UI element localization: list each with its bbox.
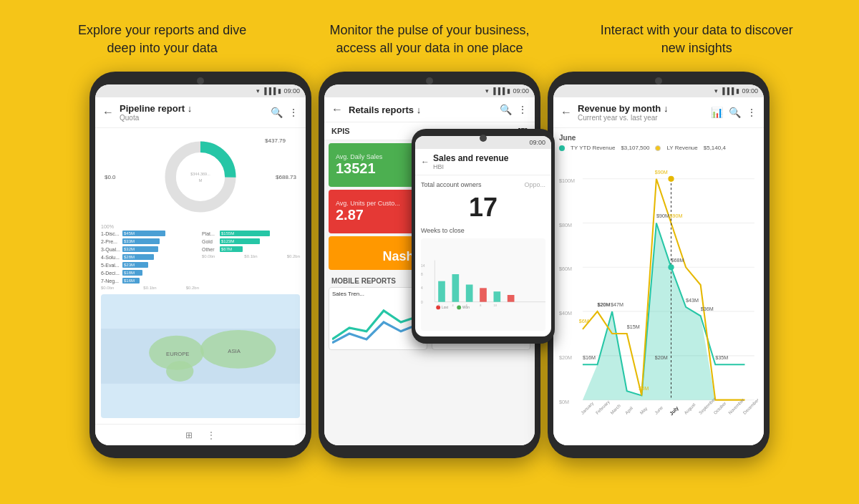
fp-big-number: 17	[421, 193, 545, 223]
svg-rect-24	[494, 292, 501, 303]
legend-row: TY YTD Revenue $3,107,500 LY Revenue $5,…	[559, 145, 758, 151]
donut-labels: $0.0 $688.73	[101, 174, 300, 180]
status-icons-2: ▾ ▐▐▐ ▮ 09:00	[485, 87, 529, 94]
status-icons: ▾ ▐▐▐ ▮ 09:00	[256, 87, 300, 94]
chart-icon-3[interactable]: 📊	[711, 107, 723, 118]
svg-text:10: 10	[494, 305, 497, 308]
floating-phone-inner: 09:00 ← Sales and revenue HBI Total acco…	[415, 136, 551, 336]
svg-rect-20	[438, 281, 445, 302]
phone-2-status-bar: ▾ ▐▐▐ ▮ 09:00	[324, 84, 535, 97]
search-icon-3[interactable]: 🔍	[729, 107, 741, 118]
back-icon-2[interactable]: ←	[331, 103, 343, 116]
phone-1-title: Pipeline report ↓	[120, 103, 271, 114]
phone-1-header-icons: 🔍 ⋮	[271, 107, 299, 118]
phone-3-header-icons: 📊 🔍 ⋮	[711, 107, 757, 118]
report-1-title: Sales Tren...	[332, 291, 424, 297]
fp-weeks-label: Weeks to close	[421, 227, 545, 234]
phone-1-header: ← Pipeline report ↓ Quota 🔍 ⋮	[95, 97, 306, 128]
phone-3-status-bar: ▾ ▐▐▐ ▮ 09:00	[553, 84, 764, 97]
month-label: June	[559, 134, 758, 142]
svg-text:2: 2	[438, 305, 440, 308]
more-icon-3[interactable]: ⋮	[747, 107, 757, 118]
time-label-3: 09:00	[742, 87, 758, 94]
phone-2-camera	[426, 77, 433, 84]
phone-3-title: Revenue by month ↓	[578, 103, 711, 114]
nav-more-icon[interactable]: ⋮	[207, 430, 215, 440]
fp-back-icon[interactable]: ←	[421, 157, 430, 167]
legend1-value: $3,107,500	[621, 145, 649, 151]
right-bar-row-1: Plat... $155M	[202, 231, 300, 236]
legend2-dot	[655, 145, 661, 151]
search-icon-1[interactable]: 🔍	[271, 107, 283, 118]
svg-text:April: April	[624, 406, 634, 416]
svg-text:$80M: $80M	[559, 222, 572, 228]
svg-text:$36M: $36M	[701, 306, 714, 312]
svg-text:EUROPE: EUROPE	[166, 352, 189, 358]
map-section: EUROPE ASIA	[101, 294, 300, 418]
wifi-icon-3: ▾	[714, 87, 718, 94]
svg-text:6: 6	[466, 305, 467, 308]
kpi1-value: 13521	[336, 160, 382, 177]
svg-text:$6M: $6M	[579, 318, 589, 324]
svg-text:ASIA: ASIA	[228, 348, 241, 354]
bar-row-7: 7-Neg... $16M	[101, 278, 199, 284]
svg-text:$68M: $68M	[671, 257, 684, 263]
more-icon-1[interactable]: ⋮	[288, 107, 299, 118]
back-icon-1[interactable]: ←	[102, 106, 114, 119]
nav-grid-icon[interactable]: ⊞	[185, 430, 193, 440]
battery-icon: ▮	[278, 87, 281, 94]
phone-1-camera	[197, 77, 204, 84]
svg-rect-23	[480, 289, 487, 302]
fp-content: Total account owners Oppo... 17 Weeks to…	[415, 175, 551, 336]
kpi2-label: Avg. Units per Custo...	[336, 200, 400, 207]
right-bar-row-2: Gold $123M	[202, 238, 300, 244]
more-icon-2[interactable]: ⋮	[518, 104, 528, 115]
phone-2-header-icons: 🔍 ⋮	[500, 104, 528, 115]
svg-text:May: May	[639, 405, 649, 415]
caption-1: Explore your reports and dive deep into …	[62, 21, 263, 57]
svg-text:$47M: $47M	[611, 301, 623, 308]
svg-text:8: 8	[421, 273, 423, 276]
phone-3-subtitle: Current year vs. last year	[578, 114, 711, 122]
time-label-2: 09:00	[513, 87, 529, 94]
bar-row-4: 4-Solu... $28M	[101, 254, 199, 260]
svg-point-18	[457, 306, 461, 310]
svg-rect-25	[508, 295, 515, 302]
svg-text:$100M: $100M	[559, 178, 575, 184]
fp-status-icons: 09:00	[529, 139, 545, 146]
phone-2-title: Retails reports ↓	[349, 105, 500, 115]
bar-left: 100% 1-Disc... $45M 2-Pre... $33M 3-Qual…	[101, 224, 199, 290]
svg-text:14: 14	[421, 265, 425, 268]
legend1-dot	[559, 145, 565, 151]
signal-icon-2: ▐▐▐	[491, 87, 505, 94]
phone-1-inner: ▾ ▐▐▐ ▮ 09:00 ← Pipeline report ↓ Quota …	[95, 84, 306, 445]
donut-section: $437.79 $344.369... M $0.0 $688.73	[101, 134, 300, 220]
svg-text:June: June	[654, 404, 664, 415]
phone-1-subtitle: Quota	[120, 114, 271, 122]
phone-1-content: $437.79 $344.369... M $0.0 $688.73	[95, 128, 306, 424]
kpis-label: KPIS	[331, 127, 350, 135]
fp-section1-label: Total account owners	[421, 181, 482, 188]
signal-icon: ▐▐▐	[262, 87, 276, 94]
svg-text:4: 4	[421, 287, 423, 291]
bar-row-5: 5-Eval... $23M	[101, 262, 199, 268]
legend2-label: LY Revenue	[666, 145, 697, 151]
caption-2: Monitor the pulse of your business, acce…	[329, 21, 530, 57]
donut-right-val: $688.73	[276, 174, 296, 180]
legend1-label: TY YTD Revenue	[571, 145, 615, 151]
caption-3: Interact with your data to discover new …	[596, 21, 797, 57]
fp-subtitle: HBI	[433, 163, 508, 170]
back-icon-3[interactable]: ←	[560, 106, 572, 119]
svg-text:July: July	[668, 405, 680, 417]
phone-3-inner: ▾ ▐▐▐ ▮ 09:00 ← Revenue by month ↓ Curre…	[553, 84, 764, 445]
bar-row-2: 2-Pre... $33M	[101, 238, 199, 244]
svg-text:Lost: Lost	[442, 306, 449, 310]
fp-title: Sales and revenue	[433, 153, 508, 163]
svg-text:$20M: $20M	[559, 354, 572, 361]
time-label: 09:00	[283, 87, 300, 94]
phone-3-camera	[655, 77, 662, 84]
revenue-chart: $0M $20M $40M $60M $80M $100M	[559, 154, 758, 440]
bar-section: 100% 1-Disc... $45M 2-Pre... $33M 3-Qual…	[101, 224, 300, 290]
search-icon-2[interactable]: 🔍	[500, 104, 512, 115]
phone-2-header: ← Retails reports ↓ 🔍 ⋮	[324, 97, 535, 122]
